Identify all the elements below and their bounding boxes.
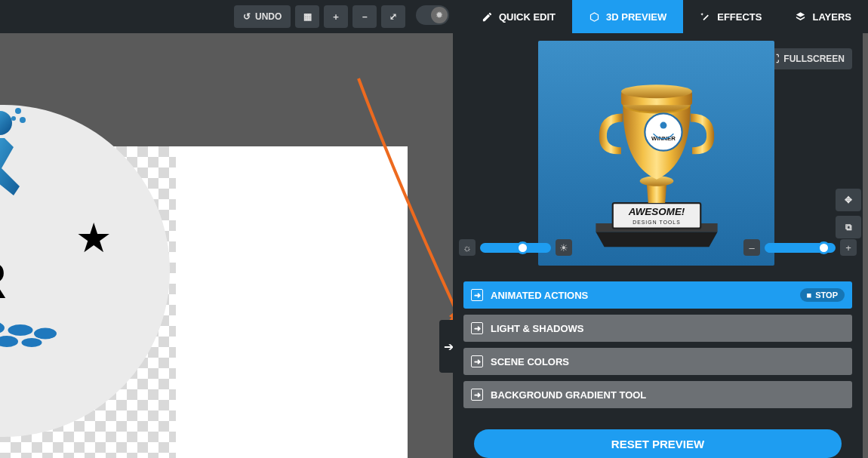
undo-label: UNDO xyxy=(255,11,282,22)
preview-sliders: ☼ ☀ – + xyxy=(453,238,863,257)
expand-right-icon: ➜ xyxy=(471,389,483,401)
stop-button[interactable]: ■ STOP xyxy=(800,288,845,302)
slider-thumb[interactable] xyxy=(817,241,830,254)
layers-icon xyxy=(795,11,806,23)
wand-icon xyxy=(700,11,711,23)
accordion-scene-colors[interactable]: ➜ SCENE COLORS xyxy=(463,348,852,375)
tab-label: EFFECTS xyxy=(717,11,762,23)
preview-panel: ⛶ FULLSCREEN xyxy=(453,33,863,458)
brightness-high-icon[interactable]: ☀ xyxy=(556,239,572,256)
expand-button[interactable]: ⤢ xyxy=(381,5,405,28)
tab-label: QUICK EDIT xyxy=(499,11,556,23)
stop-icon: ■ xyxy=(807,290,812,300)
preview-3d-viewport[interactable]: AWESOME! DESIGN TOOLS WINN xyxy=(538,41,774,266)
svg-point-20 xyxy=(0,336,18,347)
minus-icon: – xyxy=(362,11,368,22)
svg-point-21 xyxy=(22,338,42,347)
winner-text: NNER xyxy=(0,251,8,309)
expand-right-icon: ➜ xyxy=(471,289,483,301)
panel-collapse-handle[interactable]: ➔ xyxy=(439,320,453,373)
tab-3d-preview[interactable]: 3D PREVIEW xyxy=(572,0,683,33)
preview-viewport-row: ⛶ FULLSCREEN xyxy=(453,33,863,262)
edit-icon xyxy=(482,11,493,23)
plus-icon: ＋ xyxy=(331,11,340,23)
svg-point-16 xyxy=(8,324,33,336)
accordion-label: SCENE COLORS xyxy=(491,356,569,367)
svg-point-27 xyxy=(620,85,691,98)
reset-preview-button[interactable]: RESET PREVIEW xyxy=(474,429,842,458)
zoom-out-icon[interactable]: – xyxy=(743,239,760,256)
gear-icon: ✹ xyxy=(431,7,448,23)
fullscreen-button[interactable]: ⛶ FULLSCREEN xyxy=(762,48,852,69)
move-icon: ✥ xyxy=(845,195,852,205)
zoom-in-button[interactable]: ＋ xyxy=(324,5,348,28)
plaque-line2: DESIGN TOOLS xyxy=(633,220,681,225)
trophy-render: AWESOME! DESIGN TOOLS WINN xyxy=(570,54,743,266)
expand-right-icon: ➜ xyxy=(471,355,483,367)
theme-toggle[interactable]: ✹ xyxy=(416,5,449,25)
undo-icon: ↺ xyxy=(243,11,251,22)
accordion-list: ➜ ANIMATED ACTIONS ■ STOP ➜ LIGHT & SHAD… xyxy=(453,262,863,408)
artboard: ★ NNER SOME! xyxy=(0,146,408,458)
frame-icon: ⧉ xyxy=(845,222,852,232)
preview-side-tools: ✥ ⧉ xyxy=(836,189,861,238)
grid-icon: ▦ xyxy=(303,11,312,22)
slider-thumb[interactable] xyxy=(516,241,529,254)
laurel-icon xyxy=(0,139,136,320)
zoom-in-icon[interactable]: + xyxy=(840,239,857,256)
plaque-line1: AWESOME! xyxy=(627,206,685,217)
accordion-background-gradient[interactable]: ➜ BACKGROUND GRADIENT TOOL xyxy=(463,381,852,408)
svg-point-17 xyxy=(34,328,57,340)
svg-point-15 xyxy=(0,321,5,335)
top-toolbar: ↺ UNDO ▦ ＋ – ⤢ ✹ QUICK EDIT 3D PREVIEW E… xyxy=(0,0,868,33)
tab-strip: QUICK EDIT 3D PREVIEW EFFECTS LAYERS xyxy=(465,0,868,33)
svg-point-28 xyxy=(645,113,682,150)
accordion-light-shadows[interactable]: ➜ LIGHT & SHADOWS xyxy=(463,315,852,342)
winner-badge: ★ NNER SOME! xyxy=(0,94,181,448)
cube-icon xyxy=(589,11,600,23)
accordion-label: ANIMATED ACTIONS xyxy=(491,290,588,301)
accordion-label: LIGHT & SHADOWS xyxy=(491,323,584,334)
tab-label: LAYERS xyxy=(812,11,851,23)
arrow-right-icon: ➔ xyxy=(444,340,454,354)
svg-point-0 xyxy=(0,111,12,135)
star-icon: ★ xyxy=(75,214,112,262)
expand-icon: ⤢ xyxy=(389,11,397,22)
reframe-button[interactable]: ⧉ xyxy=(836,216,861,238)
tab-label: 3D PREVIEW xyxy=(606,11,666,23)
svg-point-2 xyxy=(20,117,26,123)
grid-button[interactable]: ▦ xyxy=(295,5,319,28)
reset-label: RESET PREVIEW xyxy=(611,438,704,450)
zoom-out-button[interactable]: – xyxy=(352,5,377,28)
accordion-animated-actions[interactable]: ➜ ANIMATED ACTIONS ■ STOP xyxy=(463,281,852,309)
brightness-slider[interactable] xyxy=(480,243,551,253)
toolbar-buttons: ↺ UNDO ▦ ＋ – ⤢ ✹ xyxy=(234,5,449,28)
accordion-label: BACKGROUND GRADIENT TOOL xyxy=(491,389,646,401)
svg-point-1 xyxy=(15,108,21,114)
tab-layers[interactable]: LAYERS xyxy=(778,0,868,33)
tab-effects[interactable]: EFFECTS xyxy=(683,0,778,33)
undo-button[interactable]: ↺ UNDO xyxy=(234,5,291,28)
design-canvas[interactable]: ★ NNER SOME! ➔ xyxy=(0,33,453,458)
tab-quick-edit[interactable]: QUICK EDIT xyxy=(465,0,572,33)
svg-point-29 xyxy=(660,122,666,129)
svg-point-3 xyxy=(11,116,16,121)
expand-right-icon: ➜ xyxy=(471,322,483,334)
brightness-low-icon[interactable]: ☼ xyxy=(459,239,476,256)
fullscreen-label: FULLSCREEN xyxy=(783,54,845,64)
move-tool-button[interactable]: ✥ xyxy=(836,189,861,211)
laurel-divider-icon xyxy=(0,311,113,356)
zoom-slider[interactable] xyxy=(765,243,836,253)
stop-label: STOP xyxy=(815,290,838,300)
